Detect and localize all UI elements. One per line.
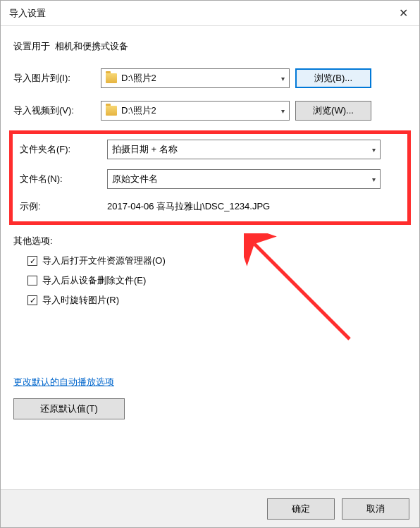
ok-button[interactable]: 确定 xyxy=(267,498,335,520)
folder-icon xyxy=(106,106,117,116)
example-text: 2017-04-06 喜马拉雅山\DSC_1234.JPG xyxy=(107,199,400,214)
folder-icon xyxy=(106,73,117,83)
combo-folder-name[interactable]: 拍摄日期 + 名称 ▾ xyxy=(107,140,381,159)
combo-import-images[interactable]: D:\照片2 ▾ xyxy=(101,68,290,88)
highlight-annotation-box: 文件夹名(F): 拍摄日期 + 名称 ▾ 文件名(N): 原始文件名 ▾ 示例:… xyxy=(9,130,411,225)
heading-device: 相机和便携式设备 xyxy=(55,41,128,51)
checkbox-label: 导入时旋转图片(R) xyxy=(42,294,119,307)
titlebar: 导入设置 ✕ xyxy=(1,1,419,26)
checkbox-row-0: ✓ 导入后打开文件资源管理器(O) xyxy=(27,254,407,267)
chevron-down-icon: ▾ xyxy=(372,176,376,183)
label-import-images: 导入图片到(I): xyxy=(13,72,95,85)
row-folder-name: 文件夹名(F): 拍摄日期 + 名称 ▾ xyxy=(20,140,400,159)
other-options: 其他选项: ✓ 导入后打开文件资源管理器(O) 导入后从设备删除文件(E) ✓ … xyxy=(13,235,407,307)
row-file-name: 文件名(N): 原始文件名 ▾ xyxy=(20,169,400,189)
row-import-videos: 导入视频到(V): D:\照片2 ▾ 浏览(W)... xyxy=(13,101,407,121)
checkbox-rotate[interactable]: ✓ xyxy=(27,295,37,305)
browse-videos-button[interactable]: 浏览(W)... xyxy=(295,101,371,121)
row-example: 示例: 2017-04-06 喜马拉雅山\DSC_1234.JPG xyxy=(20,199,400,214)
footer: 确定 取消 xyxy=(1,489,419,527)
combo-import-videos[interactable]: D:\照片2 ▾ xyxy=(101,101,290,121)
label-folder-name: 文件夹名(F): xyxy=(20,143,101,156)
chevron-down-icon: ▾ xyxy=(281,75,285,82)
cancel-button[interactable]: 取消 xyxy=(342,498,409,520)
label-example: 示例: xyxy=(20,200,101,213)
combo-value: D:\照片2 xyxy=(121,104,156,117)
checkbox-row-2: ✓ 导入时旋转图片(R) xyxy=(27,294,407,307)
heading: 设置用于 相机和便携式设备 xyxy=(13,40,407,53)
chevron-down-icon: ▾ xyxy=(372,146,376,154)
autoplay-link[interactable]: 更改默认的自动播放选项 xyxy=(13,376,114,388)
other-options-label: 其他选项: xyxy=(13,235,407,247)
content-area: 设置用于 相机和便携式设备 导入图片到(I): D:\照片2 ▾ 浏览(B)..… xyxy=(1,26,419,419)
checkbox-label: 导入后打开文件资源管理器(O) xyxy=(42,254,166,267)
combo-value: D:\照片2 xyxy=(121,72,156,85)
combo-value: 原始文件名 xyxy=(112,173,158,185)
restore-defaults-button[interactable]: 还原默认值(T) xyxy=(13,398,125,419)
row-import-images: 导入图片到(I): D:\照片2 ▾ 浏览(B)... xyxy=(13,68,407,88)
close-icon: ✕ xyxy=(399,6,408,20)
combo-value: 拍摄日期 + 名称 xyxy=(112,143,178,156)
heading-prefix: 设置用于 xyxy=(13,41,50,51)
checkbox-label: 导入后从设备删除文件(E) xyxy=(42,274,146,287)
checkbox-row-1: 导入后从设备删除文件(E) xyxy=(27,274,407,287)
browse-images-button[interactable]: 浏览(B)... xyxy=(295,68,371,88)
checkbox-delete-after[interactable] xyxy=(27,276,37,286)
label-file-name: 文件名(N): xyxy=(20,173,101,185)
window-title: 导入设置 xyxy=(9,7,46,20)
label-import-videos: 导入视频到(V): xyxy=(13,104,95,117)
chevron-down-icon: ▾ xyxy=(281,107,285,115)
combo-file-name[interactable]: 原始文件名 ▾ xyxy=(107,169,381,189)
close-button[interactable]: ✕ xyxy=(387,1,419,26)
checkbox-open-explorer[interactable]: ✓ xyxy=(27,256,37,266)
